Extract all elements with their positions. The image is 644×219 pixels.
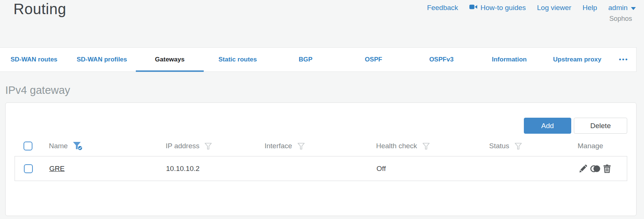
log-viewer-label: Log viewer [537,4,571,12]
column-header-manage: Manage [578,142,603,150]
edit-icon[interactable] [579,164,587,173]
row-checkbox[interactable] [24,164,33,173]
header-links: Feedback How-to guides Log viewer Help a… [427,4,636,12]
add-button[interactable]: Add [524,118,571,134]
help-label: Help [582,4,597,12]
manage-actions [579,164,611,173]
tab-sd-wan-profiles[interactable]: SD-WAN profiles [68,48,136,72]
table-header: Name IP address Interface Health check [6,139,636,153]
column-header-status: Status [489,142,509,150]
select-all-checkbox[interactable] [24,142,32,150]
tab-gateways[interactable]: Gateways [136,48,204,72]
video-camera-icon [469,4,477,12]
caret-down-icon [631,4,636,12]
delete-icon[interactable] [603,164,611,173]
filter-icon[interactable] [514,142,522,150]
feedback-label: Feedback [427,4,458,12]
gateway-name-link[interactable]: GRE [49,165,65,173]
delete-button[interactable]: Delete [574,118,627,134]
column-header-name: Name [49,142,68,150]
column-header-health-check: Health check [376,142,417,150]
tab-ospfv3[interactable]: OSPFv3 [407,48,475,72]
column-header-interface: Interface [265,142,292,150]
clone-icon[interactable] [590,164,600,173]
section-heading: IPv4 gateway [5,84,70,96]
tab-ospf[interactable]: OSPF [340,48,407,72]
table-row: GRE 10.10.10.2 Off [15,156,627,181]
tab-static-routes[interactable]: Static routes [204,48,272,72]
brand-label: Sophos [609,15,632,23]
filter-icon[interactable] [204,142,212,150]
tab-overflow-button[interactable]: ••• [611,48,636,72]
user-menu[interactable]: admin [608,4,636,12]
tab-information[interactable]: Information [475,48,543,72]
tab-bar: SD-WAN routes SD-WAN profiles Gateways S… [0,47,637,72]
howto-guides-link[interactable]: How-to guides [469,4,526,12]
filter-active-icon[interactable] [73,142,83,150]
health-check-value: Off [376,165,386,173]
column-header-ip-address: IP address [166,142,199,150]
filter-icon[interactable] [297,142,305,150]
user-menu-label: admin [608,4,628,12]
tab-bgp[interactable]: BGP [272,48,340,72]
howto-guides-label: How-to guides [481,4,526,12]
page-title: Routing [13,1,66,18]
feedback-link[interactable]: Feedback [427,4,458,12]
ip-address-value: 10.10.10.2 [166,165,200,173]
help-link[interactable]: Help [582,4,597,12]
filter-icon[interactable] [422,142,430,150]
log-viewer-link[interactable]: Log viewer [537,4,571,12]
gateway-panel: Add Delete Name IP address Interface [5,102,637,216]
tab-upstream-proxy[interactable]: Upstream proxy [543,48,611,72]
tab-sd-wan-routes[interactable]: SD-WAN routes [0,48,68,72]
